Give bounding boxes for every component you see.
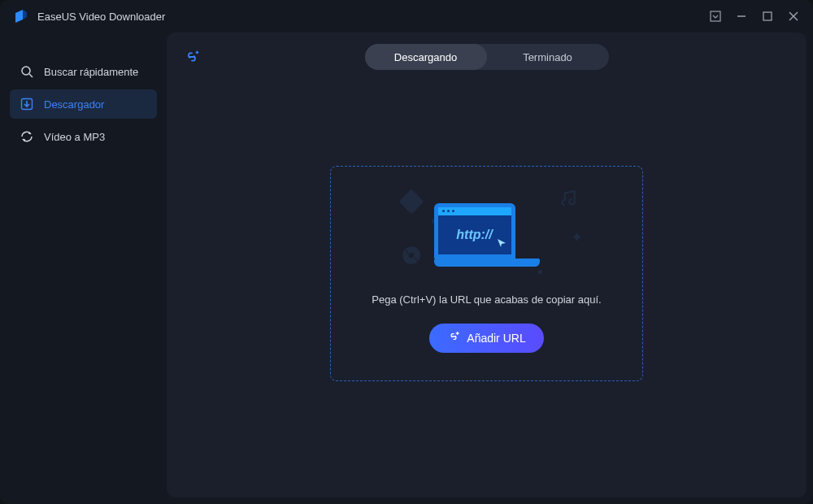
app-title: EaseUS Video Downloader [37,11,709,23]
add-url-button[interactable]: Añadir URL [429,324,543,353]
dropdown-icon[interactable] [709,10,722,23]
disc-icon [401,245,422,269]
window-controls [709,10,800,23]
topbar: Descargando Terminado [167,33,806,81]
add-url-label: Añadir URL [467,332,525,345]
tab-group: Descargando Terminado [365,44,609,70]
sidebar-item-downloader[interactable]: Descargador [10,89,157,119]
tab-downloading[interactable]: Descargando [365,44,487,70]
tab-label: Terminado [523,51,572,63]
sidebar-item-video-mp3[interactable]: Vídeo a MP3 [10,122,157,151]
download-icon [20,97,34,111]
music-note-icon [557,189,578,214]
cursor-icon [497,237,506,251]
convert-icon [20,129,34,144]
minimize-icon[interactable] [735,10,748,23]
body: Buscar rápidamente Descargador Vídeo a M… [0,33,813,504]
laptop-icon: http:// [434,203,540,267]
dot-icon [538,270,542,274]
tab-label: Descargando [394,51,457,63]
tab-finished[interactable]: Terminado [487,44,609,70]
diamond-icon [398,189,424,214]
star-icon: ✦ [571,228,583,246]
svg-point-13 [408,252,414,258]
sidebar-item-label: Buscar rápidamente [44,66,138,78]
svg-point-5 [22,67,30,75]
sidebar-item-label: Descargador [44,98,104,111]
sidebar-item-label: Vídeo a MP3 [44,131,105,143]
illus-text: http:// [456,228,492,242]
app-window: EaseUS Video Downloader Buscar rápid [0,0,813,504]
url-dropzone[interactable]: ✦ http:// [330,166,643,381]
titlebar: EaseUS Video Downloader [0,0,813,33]
sidebar-item-search[interactable]: Buscar rápidamente [10,57,157,86]
svg-line-6 [29,74,33,77]
add-link-icon[interactable] [183,48,201,66]
search-icon [20,64,34,79]
close-icon[interactable] [787,10,800,23]
maximize-icon[interactable] [761,10,774,23]
app-logo-icon [13,8,29,24]
content-area: ✦ http:// [167,81,806,497]
svg-rect-0 [711,11,720,21]
main-panel: Descargando Terminado ✦ [167,33,806,497]
illustration: ✦ http:// [398,194,576,276]
sidebar: Buscar rápidamente Descargador Vídeo a M… [0,33,167,504]
svg-rect-2 [763,12,772,20]
drop-hint: Pega (Ctrl+V) la URL que acabas de copia… [372,293,601,306]
link-plus-icon [447,330,460,345]
